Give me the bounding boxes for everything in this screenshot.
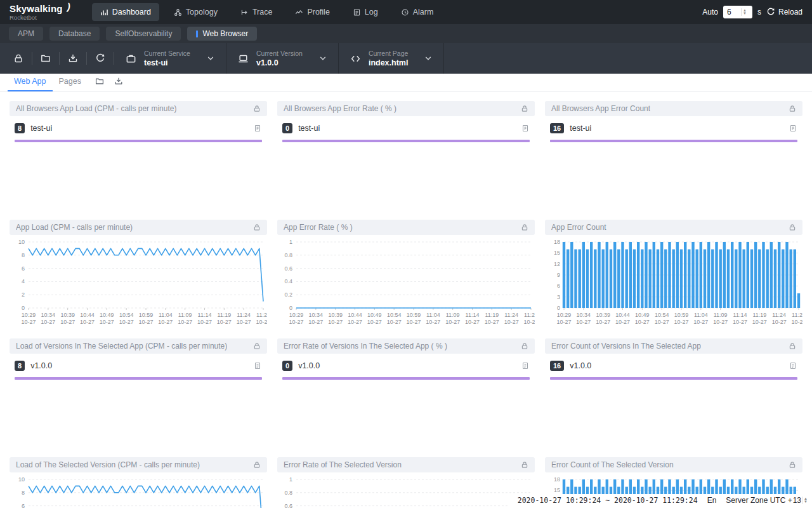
clipboard-icon[interactable] [253,361,262,370]
selector-label: Current Page [369,50,409,57]
lock-icon[interactable] [521,342,528,350]
svg-text:10-27: 10-27 [60,319,75,325]
svg-text:0.8: 0.8 [284,490,292,496]
nav-log[interactable]: Log [344,3,386,21]
import-button[interactable] [60,53,86,64]
server-zone-stepper[interactable]: ▲▼ [802,497,809,504]
card-selected-version-error-rate-chart: Error Rate of The Selected Version 00.20… [277,457,535,508]
version-select-row[interactable]: 8 v1.0.0 [15,361,262,371]
lock-icon[interactable] [521,461,528,469]
tab-database[interactable]: Database [49,27,100,41]
svg-text:10-27: 10-27 [523,319,535,325]
svg-text:11:09: 11:09 [178,312,192,318]
card-header: Error Count of Versions In The Selected … [545,338,802,354]
toolbar-section-divider [443,43,444,74]
auto-refresh-input[interactable] [723,8,741,17]
current-service-selector[interactable]: Current Service test-ui [114,50,226,67]
service-select-row[interactable]: 8 test-ui [15,123,262,133]
nav-label: Log [365,8,378,17]
nav-trace[interactable]: Trace [232,3,281,21]
svg-text:10:59: 10:59 [407,312,421,318]
svg-text:11:14: 11:14 [198,312,212,318]
lock-icon[interactable] [521,224,528,231]
auto-refresh-stepper[interactable]: ▲▼ [741,8,748,16]
lock-icon[interactable] [253,342,261,350]
nav-label: Profile [307,8,329,17]
nav-profile[interactable]: Profile [287,3,337,21]
download-icon[interactable] [114,77,123,86]
svg-text:6: 6 [557,283,560,289]
svg-text:10: 10 [18,239,25,245]
version-select-row[interactable]: 0 v1.0.0 [282,361,530,371]
svg-text:3: 3 [557,294,560,300]
service-select-row[interactable]: 16 test-ui [550,123,797,133]
card-title: All Browsers App Error Rate ( % ) [284,104,396,113]
trace-icon [240,8,249,17]
card-title: Load of The Selected Version (CPM - call… [16,460,200,469]
clipboard-icon[interactable] [789,124,797,133]
nav-alarm[interactable]: Alarm [393,3,442,21]
refresh-templates-button[interactable] [87,53,114,64]
selector-value: test-ui [144,58,190,67]
svg-text:11:19: 11:19 [752,312,766,318]
current-page-selector[interactable]: Current Page index.html [339,50,444,67]
value-badge: 8 [15,361,25,371]
reload-button[interactable]: Reload [766,8,802,17]
nav-topology[interactable]: Topology [166,3,226,21]
svg-text:12: 12 [554,261,560,267]
svg-text:10-27: 10-27 [100,319,114,325]
lock-icon[interactable] [521,105,528,112]
svg-text:10:54: 10:54 [655,312,669,318]
auto-refresh-unit: s [757,8,761,17]
nav-dashboard[interactable]: Dashboard [92,3,159,21]
lock-icon[interactable] [789,461,796,469]
service-name: test-ui [30,124,52,133]
lock-icon[interactable] [789,342,796,350]
selector-value: index.html [369,58,409,67]
card-body: 0 test-ui [277,116,535,142]
svg-text:0.4: 0.4 [284,278,292,284]
lock-icon[interactable] [253,224,261,231]
time-range-picker[interactable]: 2020-10-27 10:29:24 ~ 2020-10-27 11:29:2… [518,496,698,505]
clipboard-icon[interactable] [789,361,797,370]
language-toggle[interactable]: En [707,496,717,505]
service-select-row[interactable]: 0 test-ui [282,123,530,133]
tab-selfobservability[interactable]: SelfObservability [106,27,181,41]
current-version-selector[interactable]: Current Version v1.0.0 [226,50,338,67]
version-name: v1.0.0 [30,361,52,370]
svg-text:10-27: 10-27 [197,319,212,325]
card-load-of-versions: Load of Versions In The Selected App (CP… [10,338,267,456]
card-error-rate-of-versions: Error Rate of Versions In The Selected A… [277,338,535,456]
version-select-row[interactable]: 16 v1.0.0 [550,361,797,371]
page-tabs-row: Web App Pages [0,74,812,92]
svg-text:10:29: 10:29 [557,312,572,318]
app-logo[interactable]: Skywalking) Rocketbot [10,4,69,21]
svg-text:10:34: 10:34 [309,312,324,318]
lock-icon[interactable] [253,461,261,469]
tab-web-app[interactable]: Web App [8,73,53,91]
lock-icon[interactable] [789,105,796,112]
svg-text:11:24: 11:24 [772,312,786,318]
lock-edit-button[interactable] [5,53,32,64]
svg-text:10-27: 10-27 [348,319,362,325]
line-chart: 00.20.40.60.8110:2910-2710:3410-2710:391… [277,472,535,508]
svg-text:8: 8 [22,490,25,496]
tab-pages[interactable]: Pages [53,73,88,91]
svg-text:10:49: 10:49 [367,312,382,318]
svg-text:10:59: 10:59 [674,312,689,318]
folder-icon[interactable] [95,77,104,86]
tab-web-browser[interactable]: Web Browser [187,27,257,41]
selector-underline [282,377,530,380]
clipboard-icon[interactable] [521,361,530,370]
clipboard-icon[interactable] [521,124,530,133]
clipboard-icon[interactable] [253,124,262,133]
card-header: Load of Versions In The Selected App (CP… [10,338,267,354]
card-title: All Browsers App Error Count [551,104,650,113]
template-folder-button[interactable] [32,53,59,64]
version-name: v1.0.0 [570,361,591,370]
svg-text:15: 15 [554,250,560,256]
lock-icon[interactable] [789,224,796,231]
tab-apm[interactable]: APM [9,27,43,41]
card-body: 8 v1.0.0 [10,354,267,380]
lock-icon[interactable] [253,105,261,112]
